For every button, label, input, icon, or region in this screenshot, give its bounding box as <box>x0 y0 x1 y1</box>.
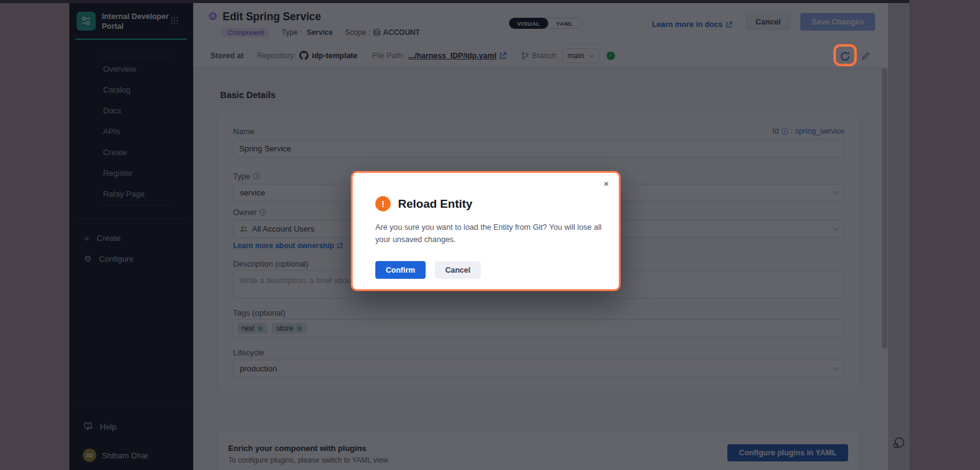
highlight-ring <box>833 44 857 66</box>
warning-icon: ! <box>375 196 391 211</box>
modal-body: Are you sure you want to load the Entity… <box>375 221 611 246</box>
close-icon[interactable]: × <box>603 179 609 188</box>
modal-title: Reload Entity <box>398 197 472 211</box>
confirm-button[interactable]: Confirm <box>375 261 426 279</box>
modal-cancel-button[interactable]: Cancel <box>435 261 481 279</box>
reload-entity-modal: × ! Reload Entity Are you sure you want … <box>351 171 621 291</box>
